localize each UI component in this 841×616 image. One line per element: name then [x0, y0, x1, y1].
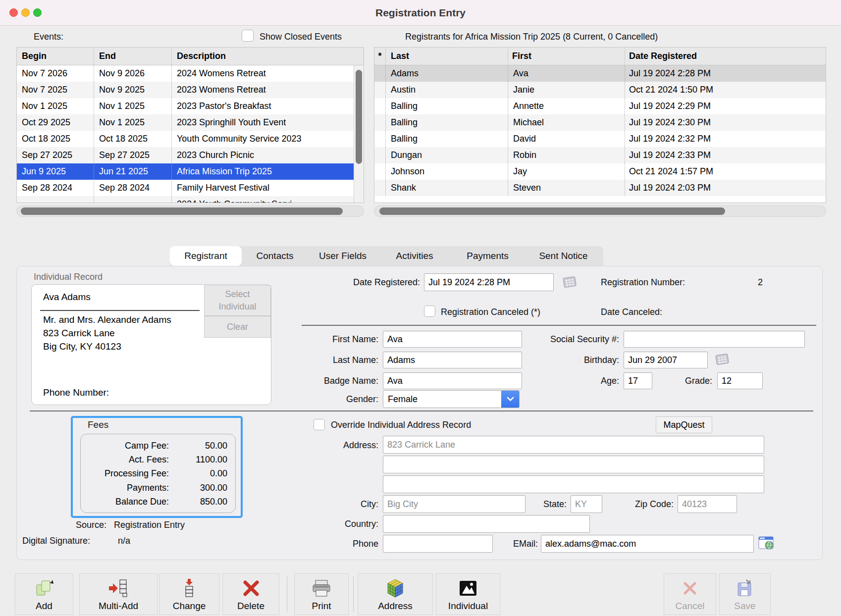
registrants-row[interactable]: JohnsonJayOct 21 2024 1:57 PM — [374, 163, 826, 180]
individual-button[interactable]: Individual — [436, 573, 500, 615]
events-row[interactable]: Sep 27 2025Sep 27 20252023 Church Picnic — [17, 147, 364, 163]
registration-number-value: 2 — [718, 277, 763, 288]
address-line1-input[interactable]: 823 Carrick Lane — [383, 436, 764, 454]
fee-row: Camp Fee: 50.00 — [81, 439, 235, 453]
column-header-begin[interactable]: Begin — [17, 48, 94, 65]
fees-box[interactable]: Camp Fee: 50.00 Act. Fees: 1100.00 Proce… — [80, 434, 236, 513]
registrants-row[interactable]: BallingMichaelJul 19 2024 2:30 PM — [374, 114, 826, 131]
change-icon — [182, 576, 197, 601]
save-button[interactable]: Save — [719, 573, 771, 615]
registrants-title: Registrants for Africa Mission Trip 2025… — [405, 31, 658, 43]
add-button[interactable]: Add — [15, 573, 73, 615]
age-input[interactable]: 17 — [624, 372, 652, 389]
table-cell: Oct 21 2024 1:50 PM — [625, 82, 826, 98]
show-closed-events-checkbox[interactable] — [242, 30, 254, 42]
calendar-picker-icon[interactable] — [562, 275, 578, 291]
registrants-row[interactable]: BallingDavidJul 19 2024 2:32 PM — [374, 131, 826, 147]
badge-name-input[interactable]: Ava — [383, 372, 522, 389]
events-row[interactable]: 2024 Youth Community Servi — [17, 196, 364, 203]
last-name-label: Last Name: — [277, 355, 378, 365]
change-button-label: Change — [173, 601, 206, 612]
address-button[interactable]: Address — [358, 573, 433, 615]
tab-user-fields[interactable]: User Fields — [308, 246, 377, 266]
zip-code-input[interactable]: 40123 — [678, 495, 737, 513]
registration-canceled-label: Registration Canceled (*) — [441, 307, 579, 317]
city-input[interactable]: Big City — [383, 495, 526, 513]
events-row[interactable]: Nov 7 2025Nov 9 20252023 Womens Retreat — [17, 82, 364, 98]
birthday-input[interactable]: Jun 29 2007 — [624, 352, 708, 368]
table-cell: Jul 19 2024 2:32 PM — [625, 131, 826, 147]
birthday-calendar-picker-icon[interactable] — [714, 353, 730, 368]
column-header-description[interactable]: Description — [171, 48, 364, 65]
state-input[interactable]: KY — [571, 495, 602, 513]
gender-dropdown[interactable]: Female — [383, 390, 520, 408]
date-registered-input[interactable]: Jul 19 2024 2:28 PM — [424, 273, 554, 291]
tab-sent-notice[interactable]: Sent Notice — [524, 246, 603, 266]
registrants-row[interactable]: DunganRobinJul 19 2024 2:33 PM — [374, 147, 826, 163]
badge-name-label: Badge Name: — [277, 375, 378, 386]
override-address-label: Override Individual Address Record — [331, 419, 509, 430]
show-closed-events-label: Show Closed Events — [260, 31, 342, 43]
events-row[interactable]: Nov 7 2026Nov 9 20262024 Womens Retreat — [17, 65, 364, 82]
individual-record-label: Individual Record — [34, 272, 103, 282]
email-web-icon[interactable] — [758, 535, 775, 553]
column-header-end[interactable]: End — [94, 48, 171, 65]
column-header-star[interactable]: * — [374, 48, 385, 65]
phone-input[interactable] — [383, 535, 493, 553]
table-cell: Jul 19 2024 2:28 PM — [625, 65, 826, 82]
registrants-row[interactable]: ShankStevenJul 19 2024 2:03 PM — [374, 180, 826, 196]
tab-registrant[interactable]: Registrant — [170, 246, 242, 266]
table-cell: 2023 Church Picnic — [171, 147, 364, 163]
column-header-first[interactable]: First — [508, 48, 625, 65]
tab-payments[interactable]: Payments — [452, 246, 524, 266]
override-address-checkbox[interactable] — [314, 419, 325, 430]
events-row[interactable]: Oct 18 2025Oct 18 2025Youth Community Se… — [17, 131, 364, 147]
table-cell: Sep 27 2025 — [17, 147, 94, 163]
fee-label: Payments: — [81, 483, 169, 493]
events-row[interactable]: Oct 29 2025Nov 1 20252023 Springhill You… — [17, 114, 364, 131]
registrants-horizontal-scrollbar-thumb[interactable] — [379, 207, 725, 215]
email-input[interactable]: alex.adams@mac.com — [541, 535, 754, 553]
ssn-input[interactable] — [624, 331, 805, 348]
events-row[interactable]: Sep 28 2024Sep 28 2024Family Harvest Fes… — [17, 180, 364, 196]
events-vertical-scrollbar-thumb[interactable] — [356, 70, 362, 164]
registrants-row[interactable]: AdamsAvaJul 19 2024 2:28 PM — [374, 65, 826, 82]
tab-contacts[interactable]: Contacts — [242, 246, 308, 266]
select-individual-button[interactable]: Select Individual — [204, 285, 271, 316]
address-line2-input[interactable] — [383, 456, 764, 473]
change-button[interactable]: Change — [159, 573, 219, 615]
column-header-last[interactable]: Last — [385, 48, 508, 65]
save-button-label: Save — [734, 601, 755, 612]
last-name-input[interactable]: Adams — [383, 352, 522, 368]
column-header-date-registered[interactable]: Date Registered — [625, 48, 826, 65]
table-cell: Steven — [508, 180, 625, 196]
registrants-row[interactable]: BallingAnnetteJul 19 2024 2:29 PM — [374, 98, 826, 114]
print-icon — [311, 576, 332, 601]
delete-button[interactable]: Delete — [222, 573, 279, 615]
events-horizontal-scrollbar-thumb[interactable] — [21, 207, 343, 215]
table-cell: Sep 27 2025 — [94, 147, 171, 163]
first-name-input[interactable]: Ava — [383, 331, 522, 348]
grade-input[interactable]: 12 — [717, 372, 763, 389]
registrants-row[interactable]: AustinJanieOct 21 2024 1:50 PM — [374, 82, 826, 98]
fee-row: Payments: 300.00 — [81, 481, 235, 495]
date-registered-label: Date Registered: — [297, 277, 420, 288]
table-cell: 2023 Springhill Youth Event — [171, 114, 364, 131]
chevron-down-icon[interactable] — [501, 391, 519, 408]
table-cell: Austin — [385, 82, 508, 98]
cancel-button[interactable]: Cancel — [664, 573, 716, 615]
table-cell: 2024 Youth Community Servi — [171, 196, 364, 203]
country-input[interactable] — [383, 515, 590, 533]
tab-activities[interactable]: Activities — [377, 246, 452, 266]
save-icon — [736, 576, 754, 601]
table-cell: Robin — [508, 147, 625, 163]
print-button[interactable]: Print — [294, 573, 349, 615]
multi-add-button[interactable]: Multi-Add — [79, 573, 158, 615]
events-row[interactable]: Jun 9 2025Jun 21 2025Africa Mission Trip… — [17, 163, 364, 180]
mapquest-button[interactable]: MapQuest — [656, 416, 712, 433]
address-line3-input[interactable] — [383, 475, 764, 493]
grade-label: Grade: — [663, 375, 712, 386]
registration-canceled-checkbox[interactable] — [424, 306, 435, 317]
clear-button[interactable]: Clear — [204, 316, 271, 338]
events-row[interactable]: Nov 1 2025Nov 1 20252023 Pastor's Breakf… — [17, 98, 364, 114]
